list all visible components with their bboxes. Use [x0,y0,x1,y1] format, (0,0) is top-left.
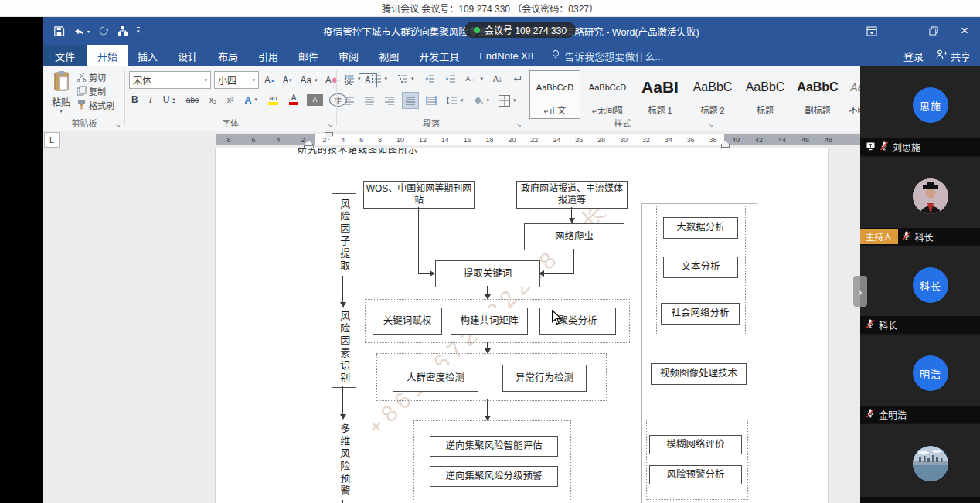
flow-arrowhead [340,302,346,308]
sort-button[interactable]: A↓ [491,71,505,87]
show-hide-marks-button[interactable] [510,71,524,87]
font-dialog-launcher[interactable]: ↘ [326,121,332,129]
asian-layout-button[interactable]: A↔▾ [464,71,486,87]
tab-review[interactable]: 审阅 [328,45,369,66]
paste-clipboard-icon [53,70,70,95]
close-button[interactable]: × [949,17,980,45]
participant-tile[interactable] [860,424,980,503]
underline-button[interactable]: U▾ [161,92,178,107]
flow-connector [544,273,574,274]
align-left-button[interactable] [342,93,357,108]
participant-labelbar: 金明浩 [860,406,980,423]
tab-references[interactable]: 引用 [248,45,288,66]
ruler-text-area[interactable]: 2468101214161820222426283032343638 [315,134,724,145]
style-title[interactable]: AaBbC 标题 [740,70,791,119]
superscript-button[interactable]: x² [225,92,236,107]
flow-node-wos-cnki: WOS、中国知网等期刊网站 [363,181,475,209]
justify-button[interactable] [402,92,419,109]
cut-button[interactable]: 剪切 [77,71,106,83]
participant-tile[interactable]: 主持人 科长 [860,157,980,245]
tab-view[interactable]: 视图 [369,45,409,66]
shading-button[interactable]: ▾ [471,93,492,108]
style-heading2[interactable]: AaBbC 标题 2 [687,70,738,119]
flow-node-risk-factor-identification: 风险因素识别 [332,308,356,388]
styles-dialog-launcher[interactable]: ↘ [707,121,713,129]
mouse-cursor [550,310,564,325]
restore-button[interactable] [918,17,949,45]
ruler-right-margin[interactable]: 4042444648 [724,134,869,145]
style-heading1[interactable]: AaBI 标题 1 [635,70,686,119]
subscript-button[interactable]: x₂ [207,92,219,107]
grow-font-button[interactable]: A▲ [262,73,277,88]
text-effects-button[interactable]: A▾ [242,92,260,107]
multilevel-list-button[interactable]: ▾ [395,71,417,87]
strikethrough-button[interactable]: abc [184,92,201,107]
style-normal[interactable]: AaBbCcD ↵正文 [529,70,580,119]
change-case-button[interactable]: Aa▾ [298,73,320,88]
format-painter-button[interactable]: 格式刷 [77,99,114,111]
share-button[interactable]: 共享 [936,49,971,63]
save-icon[interactable] [53,25,65,37]
participant-tile[interactable]: 科长 科长 [860,246,980,333]
style-no-spacing[interactable]: AaBbCcD ↵无间隔 [582,70,633,119]
flow-connector [487,399,488,416]
line-spacing-button[interactable]: ▾ [444,93,466,108]
flow-arrowhead [539,270,544,277]
participant-tile[interactable]: 思施 刘思施 [860,66,980,155]
signin-link[interactable]: 登录 [903,49,924,63]
screen: 腾讯会议 会议号：109 274 330 （会议密码：0327） ▾ ▾ 疫情管… [0,0,980,503]
tab-file[interactable]: 文件 [43,45,87,66]
ruler-left-margin[interactable]: 8642 [216,134,315,145]
distribute-button[interactable] [424,93,439,108]
minimize-button[interactable]: — [887,17,918,45]
paragraph-dialog-launcher[interactable]: ↘ [516,121,522,129]
tab-home[interactable]: 开始 [87,45,128,66]
decrease-indent-button[interactable] [422,71,437,87]
flow-node-multidim-risk-warning: 多维风险预警 [332,420,356,501]
undo-icon[interactable]: ▾ [73,26,90,36]
clipboard-dialog-launcher[interactable]: ↘ [114,121,121,129]
tab-developer[interactable]: 开发工具 [409,45,469,66]
ruler-number: 22 [530,136,538,144]
customize-qat-icon[interactable]: ▾ [137,27,140,35]
flowchart-tool-icon[interactable] [117,25,128,36]
font-color-button[interactable]: A [287,92,301,107]
group-separator [124,70,125,126]
tab-stop-selector[interactable]: L [44,132,60,148]
meeting-id-text: 腾讯会议 会议号：109 274 330 （会议密码：0327） [382,2,598,15]
character-shading-button[interactable]: A [307,94,323,106]
paste-button[interactable]: 粘贴 ▾ [49,70,73,115]
tab-endnote[interactable]: EndNote X8 [469,45,543,66]
panel-collapse-handle[interactable]: › [853,276,867,307]
bullet-list-button[interactable]: ▾ [342,71,363,87]
tell-me-box[interactable]: 告诉我您想要做什么... [543,45,671,66]
group-separator [526,70,526,126]
flow-arrowhead [340,414,346,420]
redo-icon[interactable] [98,25,109,36]
align-right-button[interactable] [382,93,397,108]
participant-tile[interactable]: 明浩 金明浩 [860,335,980,423]
align-center-button[interactable] [362,93,377,108]
ribbon-display-options-icon[interactable] [856,17,887,45]
font-size-combo[interactable]: 小四▾ [214,71,259,89]
tab-insert[interactable]: 插入 [128,45,168,66]
format-painter-icon [77,100,87,111]
copy-button[interactable]: 复制 [77,85,106,97]
font-name-combo[interactable]: 宋体▾ [129,71,211,89]
shrink-font-button[interactable]: A▼ [281,73,295,88]
italic-button[interactable]: I [147,92,155,107]
tab-design[interactable]: 设计 [168,45,208,66]
tab-mailings[interactable]: 邮件 [288,45,328,66]
avatar-graduate-photo [913,178,948,214]
bold-button[interactable]: B [129,92,141,107]
numbered-list-button[interactable]: ▾ [369,71,390,87]
tab-layout[interactable]: 布局 [208,45,248,66]
borders-button[interactable]: ▾ [496,93,519,108]
increase-indent-button[interactable] [443,71,458,87]
meeting-toast: 会议号 109 274 330 [464,22,576,38]
ruler-number: 6 [251,136,255,144]
flow-node-social-network-analysis: 社会网络分析 [661,303,740,325]
highlight-button[interactable]: ab [266,92,281,107]
style-subtitle[interactable]: AaBbC 副标题 [792,70,843,119]
flow-arrowhead [569,218,575,223]
